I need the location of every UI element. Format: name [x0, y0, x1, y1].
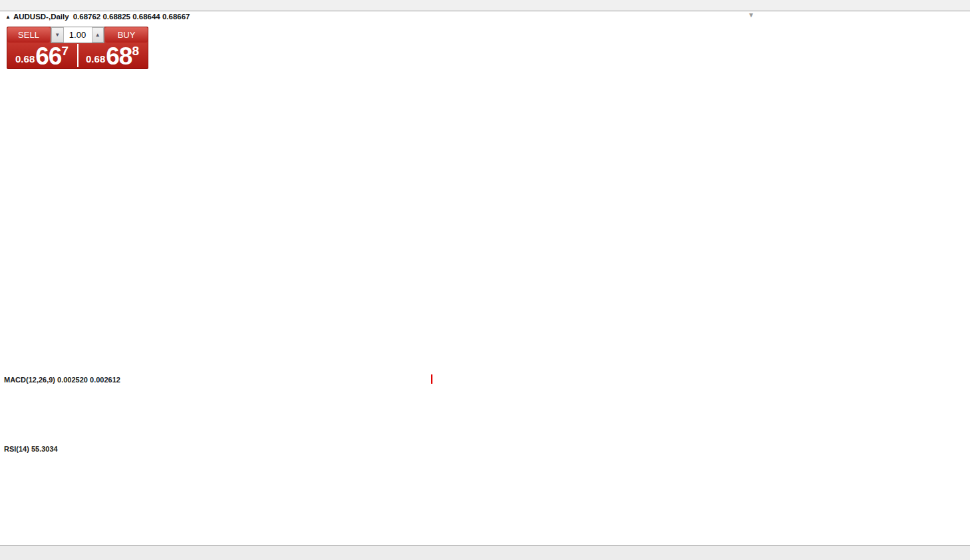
buy-button[interactable]: BUY [105, 27, 148, 43]
symbol-header: ▲AUDUSD-,Daily0.68762 0.68825 0.68644 0.… [5, 13, 190, 21]
symbol-expand-icon[interactable]: ▲ [5, 14, 11, 20]
macd-indicator-label: MACD(12,26,9) 0.002520 0.002612 [4, 376, 120, 384]
buy-price[interactable]: 0.68 68 8 [77, 43, 148, 69]
timeframe-toolbar [0, 0, 970, 11]
sell-button[interactable]: SELL [7, 27, 50, 43]
one-click-trade-panel: SELL ▼ ▲ BUY 0.68 66 7 0.68 68 8 [7, 27, 148, 69]
volume-decrease-button[interactable]: ▼ [51, 27, 64, 43]
sell-price[interactable]: 0.68 66 7 [7, 43, 77, 69]
sell-price-pip: 7 [61, 44, 69, 59]
macd-event-marker [431, 374, 432, 384]
rsi-pane-canvas[interactable] [0, 443, 943, 527]
symbol-name: AUDUSD-,Daily [13, 13, 69, 21]
rsi-indicator-label: RSI(14) 55.3034 [4, 445, 58, 453]
buy-price-big: 68 [106, 45, 132, 69]
chart-tab-bar [0, 545, 970, 560]
volume-stepper: ▼ ▲ [51, 27, 104, 43]
sell-price-big: 66 [35, 45, 61, 69]
price-divider [77, 44, 79, 67]
volume-input[interactable] [64, 27, 92, 43]
buy-price-pip: 8 [132, 44, 139, 59]
date-axis [0, 528, 943, 543]
symbol-ohlc-values: 0.68762 0.68825 0.68644 0.68667 [73, 13, 190, 21]
macd-pane-canvas[interactable] [0, 374, 943, 440]
sell-price-prefix: 0.68 [15, 53, 35, 65]
volume-increase-button[interactable]: ▲ [92, 27, 104, 43]
buy-price-prefix: 0.68 [86, 53, 105, 65]
chart-shift-marker-icon[interactable]: ▼ [748, 11, 754, 19]
